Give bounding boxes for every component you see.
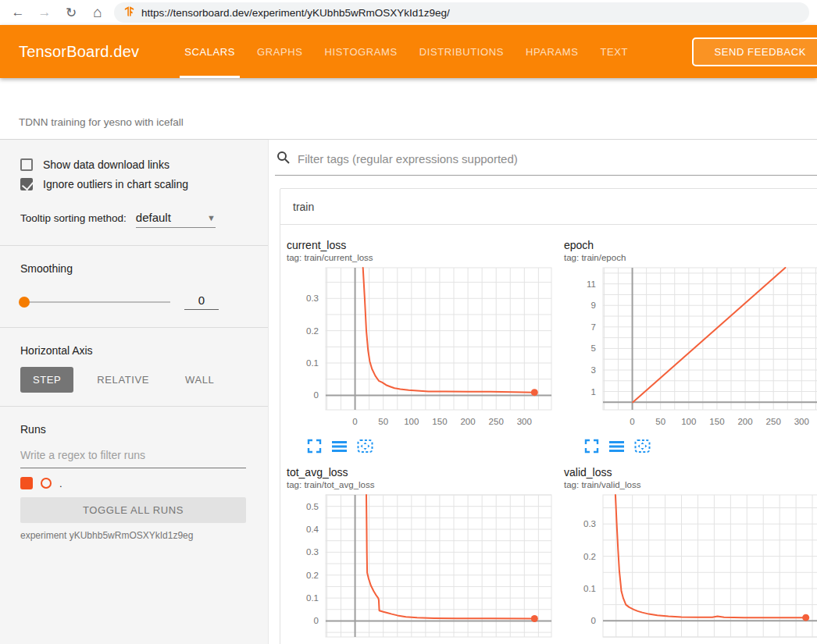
svg-text:3: 3 [591,365,596,375]
chart-title: tot_avg_loss [287,466,556,479]
experiment-id-text: experiment yKUbhb5wRmOSXYkId1z9eg [20,530,246,541]
smoothing-slider[interactable] [20,301,170,303]
show-download-links-row[interactable]: Show data download links [20,158,246,171]
home-icon[interactable]: ⌂ [87,2,108,23]
svg-text:9: 9 [591,301,596,310]
back-icon[interactable]: ← [8,2,28,23]
chart-tag: tag: train/valid_loss [564,480,817,489]
line-chart[interactable]: 5010015020025030000.10.20.3 [564,493,817,644]
show-download-links-checkbox[interactable] [20,158,33,171]
send-feedback-button[interactable]: SEND FEEDBACK [692,37,817,66]
svg-text:0.5: 0.5 [306,502,319,511]
svg-text:0.3: 0.3 [583,519,596,528]
line-chart[interactable]: 05010015020025030000.10.20.3 [287,265,556,434]
nav-tabs: SCALARS GRAPHS HISTOGRAMS DISTRIBUTIONS … [173,25,639,78]
run-item[interactable]: . [20,477,246,489]
browser-toolbar: ← → ↻ ⌂ https://tensorboard.dev/experime… [0,0,817,25]
svg-text:50: 50 [655,417,665,426]
run-name: . [59,478,62,489]
chart-tag: tag: train/epoch [564,253,817,262]
svg-text:0: 0 [314,616,319,625]
smoothing-slider-thumb[interactable] [19,297,30,308]
runs-regex-input[interactable] [20,446,246,468]
url-text: https://tensorboard.dev/experiment/yKUbh… [141,7,450,19]
horizontal-lines-icon[interactable] [332,439,347,454]
svg-text:0: 0 [352,417,357,426]
svg-text:150: 150 [709,417,724,426]
tooltip-sorting-label: Tooltip sorting method: [20,212,127,224]
chart-title: current_loss [287,239,556,251]
chart-current-loss: current_loss tag: train/current_loss 050… [287,239,556,454]
runs-label: Runs [20,423,246,436]
chart-epoch: epoch tag: train/epoch 05010015020025030… [564,239,817,454]
tab-graphs[interactable]: GRAPHS [246,25,314,78]
chart-tag: tag: train/current_loss [287,253,556,262]
divider [0,327,268,328]
reload-icon[interactable]: ↻ [61,2,81,23]
ignore-outliers-checkbox[interactable] [20,178,33,190]
expand-chart-icon[interactable] [307,439,322,454]
svg-text:150: 150 [432,417,447,426]
line-chart[interactable]: 05010015020025030000.10.20.30.40.5 [287,493,556,644]
svg-text:0.1: 0.1 [583,584,596,593]
fit-domain-icon[interactable] [634,439,649,454]
fit-domain-icon[interactable] [357,439,372,454]
expand-chart-icon[interactable] [584,439,599,454]
settings-sidebar: Show data download links Ignore outliers… [0,140,269,644]
experiment-header: TDNN training for yesno with icefall [0,78,817,139]
tab-hparams[interactable]: HPARAMS [515,25,590,78]
train-section-card: train current_loss tag: train/current_lo… [280,188,817,644]
chart-tag: tag: train/tot_avg_loss [287,480,556,489]
tensorboard-favicon [123,5,135,20]
horizontal-lines-icon[interactable] [609,439,624,454]
chevron-down-icon: ▼ [207,213,216,222]
brand-title: TensorBoard.dev [19,43,139,61]
smoothing-value[interactable]: 0 [184,294,219,310]
svg-text:250: 250 [489,417,504,426]
axis-relative-button[interactable]: RELATIVE [84,367,162,393]
train-section-header[interactable]: train [280,189,817,225]
toggle-all-runs-button[interactable]: TOGGLE ALL RUNS [20,497,246,523]
filter-tags-row [275,148,817,176]
chart-title: epoch [564,239,817,251]
svg-text:0: 0 [314,390,319,400]
svg-text:1: 1 [591,387,596,397]
svg-text:0.3: 0.3 [306,547,319,557]
run-checkbox[interactable] [20,477,33,489]
tooltip-sorting-dropdown[interactable]: default ▼ [136,211,216,228]
search-icon [276,151,290,167]
divider [0,406,268,407]
svg-text:0.3: 0.3 [306,294,319,303]
svg-text:0: 0 [630,417,634,426]
svg-text:5: 5 [591,343,596,353]
tab-text[interactable]: TEXT [590,25,640,78]
forward-icon[interactable]: → [34,2,55,23]
tab-distributions[interactable]: DISTRIBUTIONS [408,25,515,78]
svg-text:200: 200 [460,417,475,426]
svg-text:100: 100 [404,417,419,426]
axis-wall-button[interactable]: WALL [173,367,227,393]
filter-tags-input[interactable] [298,152,817,165]
ignore-outliers-row[interactable]: Ignore outliers in chart scaling [20,178,246,190]
line-chart[interactable]: 0501001502002503001357911 [564,265,817,434]
experiment-title: TDNN training for yesno with icefall [19,116,184,128]
address-bar[interactable]: https://tensorboard.dev/experiment/yKUbh… [114,2,809,23]
tab-histograms[interactable]: HISTOGRAMS [314,25,408,78]
ignore-outliers-label: Ignore outliers in chart scaling [43,178,188,190]
svg-text:50: 50 [378,417,388,426]
charts-grid: current_loss tag: train/current_loss 050… [280,225,817,644]
svg-text:0.2: 0.2 [583,552,596,561]
horizontal-axis-buttons: STEP RELATIVE WALL [20,367,246,393]
svg-text:300: 300 [794,417,809,426]
smoothing-label: Smoothing [20,262,246,275]
tab-scalars[interactable]: SCALARS [173,25,246,78]
chart-title: valid_loss [564,466,817,479]
run-color-swatch [41,478,52,489]
show-download-links-label: Show data download links [43,158,169,171]
svg-text:0.2: 0.2 [306,326,319,336]
svg-text:0.4: 0.4 [306,525,319,534]
svg-text:100: 100 [681,417,696,426]
svg-text:250: 250 [766,417,781,426]
axis-step-button[interactable]: STEP [20,367,73,393]
divider [0,245,268,246]
